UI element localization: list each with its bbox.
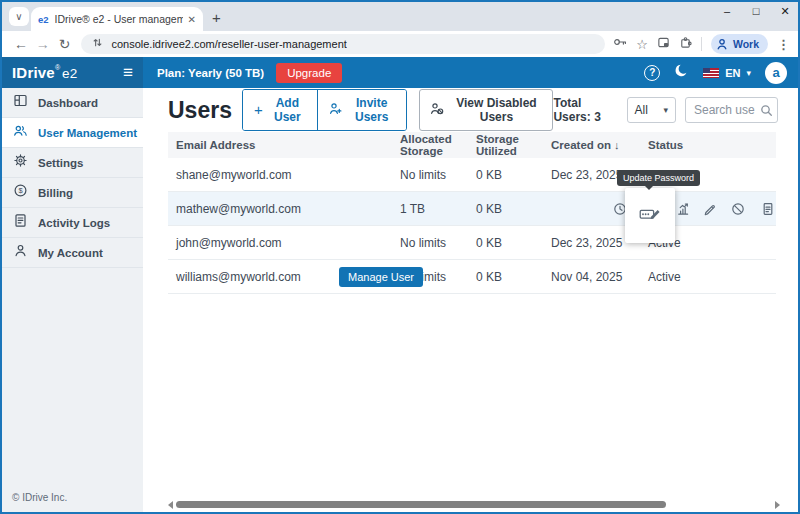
- table-row[interactable]: john@myworld.com No limits 0 KB Dec 23, …: [168, 226, 776, 260]
- manage-user-button[interactable]: Manage User: [339, 267, 423, 287]
- minimize-icon[interactable]: –: [720, 5, 734, 18]
- language-caret-icon[interactable]: ▾: [746, 68, 751, 78]
- profile-chip[interactable]: Work: [711, 34, 768, 54]
- tab-favicon: e2: [38, 14, 49, 25]
- account-avatar[interactable]: a: [765, 62, 787, 84]
- users-icon: [13, 123, 28, 142]
- page-head: Users + Add User Invite Users View Disab…: [143, 88, 798, 132]
- app-body: Dashboard User Management Settings $ Bil…: [2, 88, 798, 512]
- tab-search-icon: ∨: [15, 11, 22, 22]
- logs-document-icon[interactable]: [761, 202, 775, 220]
- add-user-button[interactable]: + Add User: [243, 90, 317, 130]
- status-badge: Active: [640, 270, 776, 284]
- sidebar-item-my-account[interactable]: My Account: [2, 238, 143, 268]
- reload-icon[interactable]: ↻: [54, 36, 76, 52]
- usage-chart-icon[interactable]: [676, 202, 690, 220]
- search-icon[interactable]: [760, 103, 773, 121]
- table-row[interactable]: williams@myworld.com Manage User No limi…: [168, 260, 776, 294]
- bookmark-star-icon[interactable]: ☆: [636, 37, 648, 52]
- password-edit-icon: [639, 205, 661, 226]
- search-box: [685, 97, 778, 123]
- browser-menu-icon[interactable]: ⋮: [777, 37, 790, 52]
- row-action-icons: [168, 202, 776, 216]
- tab-strip: ∨ e2 IDrive® e2 - User management ✕ + – …: [2, 2, 798, 31]
- users-table: Email Address Allocated Storage Storage …: [168, 132, 776, 294]
- user-actions-group: + Add User Invite Users: [242, 89, 407, 131]
- close-icon[interactable]: ✕: [778, 5, 792, 18]
- app-header: IDrive®e2 ≡ Plan: Yearly (50 TB) Upgrade…: [2, 57, 798, 88]
- forward-icon[interactable]: →: [32, 36, 54, 52]
- sidebar-item-dashboard[interactable]: Dashboard: [2, 88, 143, 118]
- toolbar-icons: ☆ Work ⋮: [613, 34, 790, 54]
- profile-avatar-icon: [715, 37, 729, 51]
- address-bar[interactable]: console.idrivee2.com/reseller-user-manag…: [81, 34, 605, 54]
- person-icon: [13, 243, 28, 262]
- dashboard-icon: [13, 93, 28, 112]
- scrollbar-thumb[interactable]: [176, 501, 666, 508]
- help-icon[interactable]: ?: [644, 65, 660, 81]
- browser-tab[interactable]: e2 IDrive® e2 - User management ✕: [31, 7, 203, 31]
- edit-pencil-icon[interactable]: [703, 202, 717, 220]
- person-plus-icon: [329, 102, 342, 118]
- new-tab-button[interactable]: +: [212, 9, 221, 26]
- col-status: Status: [640, 139, 776, 151]
- browser-window: ∨ e2 IDrive® e2 - User management ✕ + – …: [0, 0, 800, 514]
- view-disabled-users-button[interactable]: View Disabled Users: [419, 89, 553, 131]
- plus-icon: +: [254, 105, 263, 115]
- col-allocated: Allocated Storage: [392, 133, 468, 157]
- update-password-tooltip: Update Password: [617, 170, 700, 186]
- col-created-sort[interactable]: Created on↓: [543, 139, 640, 151]
- invite-users-button[interactable]: Invite Users: [317, 90, 406, 130]
- sidebar: Dashboard User Management Settings $ Bil…: [2, 88, 143, 512]
- window-controls: – □ ✕: [720, 5, 792, 18]
- update-password-card[interactable]: [625, 188, 675, 243]
- profile-label: Work: [733, 38, 759, 50]
- extensions-puzzle-icon[interactable]: [679, 35, 692, 53]
- disable-ban-icon[interactable]: [731, 202, 745, 220]
- dark-mode-moon-icon[interactable]: [674, 63, 689, 82]
- hamburger-menu-icon[interactable]: ≡: [123, 64, 133, 81]
- document-icon: [13, 213, 28, 232]
- svg-text:$: $: [18, 186, 23, 195]
- dollar-circle-icon: $: [13, 183, 28, 202]
- header-right-cluster: ? EN ▾ a: [644, 62, 798, 84]
- brand-area: IDrive®e2 ≡: [2, 57, 143, 88]
- sort-down-icon: ↓: [614, 139, 620, 151]
- total-users-label: Total Users: 3: [553, 96, 617, 124]
- plan-label: Plan: Yearly (50 TB): [157, 67, 264, 79]
- language-flag-icon[interactable]: [703, 68, 719, 78]
- copyright-footer: © IDrive Inc.: [12, 492, 67, 503]
- url-text: console.idrivee2.com/reseller-user-manag…: [111, 38, 346, 50]
- tab-close-icon[interactable]: ✕: [188, 14, 196, 25]
- col-utilized: Storage Utilized: [468, 133, 543, 157]
- table-header-row: Email Address Allocated Storage Storage …: [168, 132, 776, 158]
- tab-title: IDrive® e2 - User management: [55, 13, 183, 25]
- sidebar-item-user-management[interactable]: User Management: [2, 118, 143, 148]
- brand-logo: IDrive®e2: [12, 64, 77, 82]
- table-row[interactable]: mathew@myworld.com 1 TB 0 KB: [168, 192, 776, 226]
- browser-toolbar: ← → ↻ console.idrivee2.com/reseller-user…: [2, 31, 798, 57]
- dropdown-caret-icon: ▾: [663, 105, 668, 115]
- col-email: Email Address: [168, 139, 392, 151]
- toolbar-divider: [701, 37, 702, 51]
- person-slash-icon: [430, 102, 444, 118]
- scroll-right-arrow-icon[interactable]: [775, 501, 780, 509]
- upgrade-button[interactable]: Upgrade: [276, 63, 342, 83]
- sidebar-item-settings[interactable]: Settings: [2, 148, 143, 178]
- horizontal-scrollbar[interactable]: [168, 500, 780, 509]
- gear-icon: [13, 153, 28, 172]
- user-filter-dropdown[interactable]: All ▾: [627, 97, 676, 123]
- page-title: Users: [168, 97, 232, 124]
- site-settings-icon[interactable]: [91, 35, 104, 53]
- scroll-left-arrow-icon[interactable]: [168, 501, 173, 509]
- password-key-icon[interactable]: [613, 35, 627, 53]
- language-label[interactable]: EN: [725, 67, 740, 79]
- maximize-icon[interactable]: □: [749, 5, 763, 18]
- sidebar-item-billing[interactable]: $ Billing: [2, 178, 143, 208]
- sidebar-item-activity-logs[interactable]: Activity Logs: [2, 208, 143, 238]
- main-content: Users + Add User Invite Users View Disab…: [143, 88, 798, 512]
- tab-search-button[interactable]: ∨: [9, 7, 29, 26]
- tab-groups-icon[interactable]: [657, 35, 670, 53]
- back-icon[interactable]: ←: [10, 36, 32, 52]
